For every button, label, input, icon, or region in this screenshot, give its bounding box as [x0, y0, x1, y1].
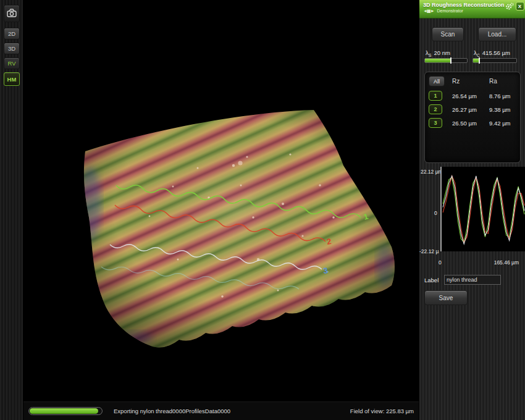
load-button[interactable]: Load... — [478, 27, 516, 41]
chart-ymin-label: -22.12 µ — [419, 248, 439, 254]
right-panel: 3D Roughness Reconstruction ◄▮▮► Demonst… — [419, 0, 525, 420]
profile-2-ra-value: 9.38 µm — [489, 106, 511, 113]
field-of-view-text: Field of view: 225.83 µm — [350, 408, 414, 414]
lambda-s-label: λS20 nm — [426, 49, 450, 57]
3d-viewport[interactable]: 1 2 3 — [23, 0, 419, 401]
panel-title: 3D Roughness Reconstruction — [423, 2, 505, 8]
lambda-s-thumb[interactable] — [450, 57, 452, 64]
label-caption: Label — [424, 277, 439, 284]
chart-xmax-label: 165.46 µm — [494, 259, 519, 266]
chart-xmin-label: 0 — [439, 259, 442, 266]
app-window: 2D 3D RV HM — [0, 0, 525, 420]
save-button[interactable]: Save — [424, 290, 468, 305]
profile-chart — [440, 167, 525, 251]
rz-column-header: Rz — [452, 78, 460, 85]
profile-3-button[interactable]: 3 — [429, 118, 442, 128]
close-button[interactable]: X — [516, 2, 524, 10]
view-2d-button[interactable]: 2D — [4, 28, 20, 40]
panel-header: 3D Roughness Reconstruction ◄▮▮► Demonst… — [419, 0, 525, 19]
panel-subtitle: Demonstrator — [437, 9, 463, 13]
scanner-tool-button[interactable] — [4, 5, 20, 22]
results-table: All Rz Ra 1 26.54 µm 8.76 µm 2 26.27 µm … — [424, 72, 521, 163]
progress-fill — [30, 408, 98, 414]
profile-1-button[interactable]: 1 — [429, 91, 442, 101]
view-3d-button[interactable]: 3D — [4, 43, 20, 54]
chart-yzero-label: 0 — [434, 210, 437, 216]
view-rv-button[interactable]: RV — [4, 57, 20, 69]
view-hm-button[interactable]: HM — [4, 72, 20, 86]
panel-subtitle-row: ◄▮▮► Demonstrator — [423, 9, 505, 14]
settings-gear-icon[interactable] — [505, 2, 514, 11]
select-all-profiles-button[interactable]: All — [429, 76, 445, 86]
progress-bar — [28, 407, 103, 415]
ra-column-header: Ra — [489, 78, 497, 85]
profile-1-ra-value: 8.76 µm — [489, 93, 511, 99]
label-input[interactable] — [444, 275, 501, 285]
profile-3-ra-value: 9.42 µm — [489, 120, 511, 127]
left-toolbar: 2D 3D RV HM — [0, 0, 23, 420]
brand-logo-icon: ◄▮▮► — [423, 9, 434, 13]
chart-ymax-label: 22.12 µm — [421, 169, 443, 175]
profile-2-rz-value: 26.27 µm — [452, 106, 477, 113]
export-status-text: Exporting nylon thread0000ProfilesData00… — [114, 408, 230, 414]
lambda-c-slider[interactable] — [472, 58, 517, 63]
scanner-icon — [5, 6, 19, 20]
profile-3-rz-value: 26.50 µm — [452, 120, 477, 127]
status-bar: Exporting nylon thread0000ProfilesData00… — [23, 401, 419, 420]
surface-render: 1 2 3 — [23, 0, 419, 401]
profile-2-button[interactable]: 2 — [429, 104, 442, 114]
lambda-c-thumb[interactable] — [479, 57, 480, 64]
lambda-s-fill — [425, 59, 451, 62]
profile-1-rz-value: 26.54 µm — [452, 93, 477, 99]
lambda-c-label: λC415.56 µm — [474, 49, 510, 57]
scan-button[interactable]: Scan — [432, 27, 464, 41]
lambda-s-slider[interactable] — [424, 58, 468, 63]
